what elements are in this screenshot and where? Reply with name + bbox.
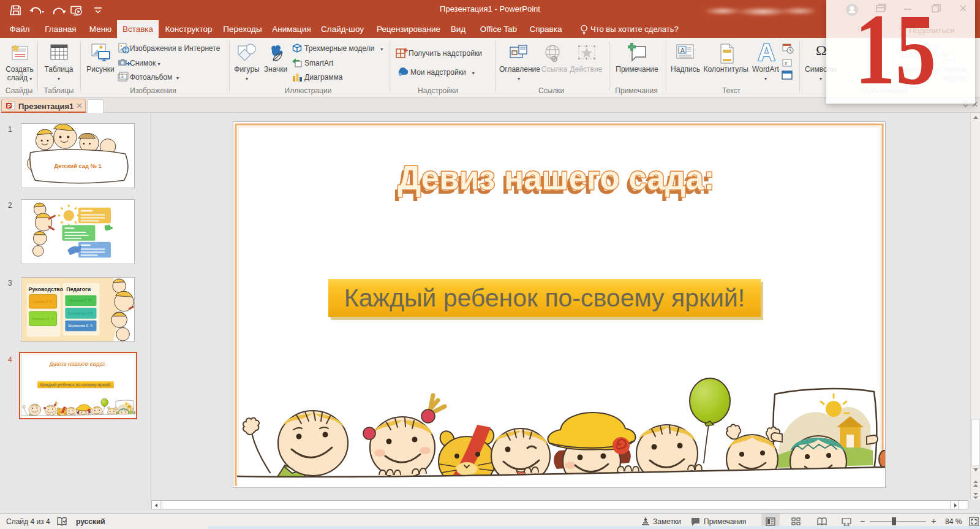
- svg-text:Руководство: Руководство: [29, 286, 64, 292]
- svg-text:A: A: [758, 39, 775, 66]
- svg-text:Курбанова Л.В.: Курбанова Л.В.: [68, 311, 94, 315]
- svg-text:#: #: [785, 61, 788, 66]
- svg-text:A: A: [680, 47, 685, 54]
- svg-text:Шумакова К. К.: Шумакова К. К.: [68, 324, 94, 327]
- svg-text:Педагоги: Педагоги: [66, 286, 91, 292]
- svg-text:Детский сад № 1: Детский сад № 1: [54, 163, 101, 169]
- svg-text:Ω: Ω: [816, 42, 827, 58]
- svg-text:Крюкова Г. П.: Крюкова Г. П.: [70, 299, 92, 302]
- svg-text:Девиз нашего сада:: Девиз нашего сада:: [398, 158, 715, 197]
- svg-text:Каждый ребенок по-своему яркий: Каждый ребенок по-своему яркий!: [344, 284, 745, 312]
- svg-text:P: P: [7, 103, 11, 109]
- svg-text:Сакова Р. А.: Сакова Р. А.: [33, 300, 53, 303]
- svg-text:Иванова К. Р.: Иванова К. Р.: [32, 317, 55, 321]
